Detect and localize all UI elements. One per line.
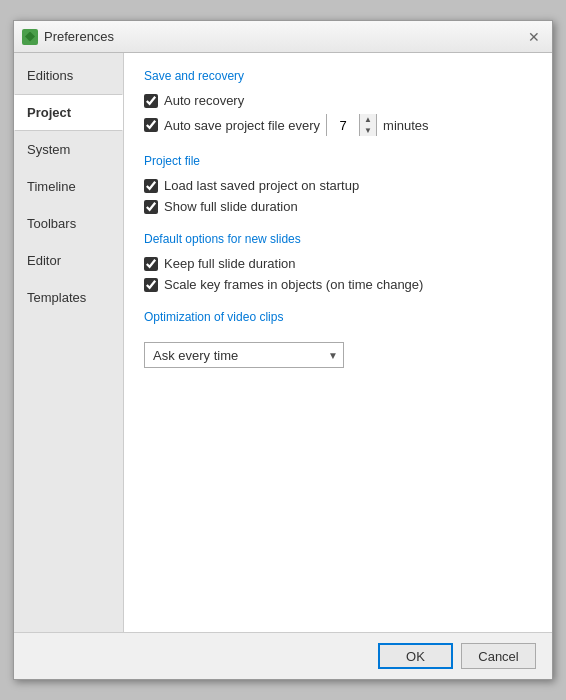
auto-recovery-checkbox[interactable] — [144, 94, 158, 108]
section-title-save-recovery: Save and recovery — [144, 69, 532, 83]
load-last-checkbox[interactable] — [144, 179, 158, 193]
section-project-file: Project file Load last saved project on … — [144, 154, 532, 214]
keep-full-checkbox[interactable] — [144, 257, 158, 271]
scale-key-label[interactable]: Scale key frames in objects (on time cha… — [164, 277, 423, 292]
sidebar-item-label: System — [27, 142, 70, 157]
inline-row-auto-save: Auto save project file every ▲ ▼ minutes — [144, 114, 532, 136]
app-icon-shape — [25, 32, 35, 42]
ok-button[interactable]: OK — [378, 643, 453, 669]
close-button[interactable]: ✕ — [524, 27, 544, 47]
optimization-dropdown[interactable]: Ask every time Always optimize Never opt… — [144, 342, 344, 368]
auto-save-checkbox[interactable] — [144, 118, 158, 132]
checkbox-row-auto-recovery: Auto recovery — [144, 93, 532, 108]
section-title-project-file: Project file — [144, 154, 532, 168]
sidebar-item-label: Project — [27, 105, 71, 120]
title-bar: Preferences ✕ — [14, 21, 552, 53]
scale-key-checkbox[interactable] — [144, 278, 158, 292]
sidebar-item-label: Templates — [27, 290, 86, 305]
load-last-label[interactable]: Load last saved project on startup — [164, 178, 359, 193]
sidebar-item-timeline[interactable]: Timeline — [14, 168, 123, 205]
keep-full-label[interactable]: Keep full slide duration — [164, 256, 296, 271]
main-content: Save and recovery Auto recovery Auto sav… — [124, 53, 552, 632]
sidebar-item-templates[interactable]: Templates — [14, 279, 123, 316]
minutes-unit-label: minutes — [383, 118, 429, 133]
section-title-optimization: Optimization of video clips — [144, 310, 532, 324]
checkbox-row-show-full: Show full slide duration — [144, 199, 532, 214]
cancel-button[interactable]: Cancel — [461, 643, 536, 669]
sidebar-item-toolbars[interactable]: Toolbars — [14, 205, 123, 242]
sidebar-item-system[interactable]: System — [14, 131, 123, 168]
section-title-default-options: Default options for new slides — [144, 232, 532, 246]
preferences-dialog: Preferences ✕ Editions Project System Ti… — [13, 20, 553, 680]
sidebar-item-editions[interactable]: Editions — [14, 57, 123, 94]
sidebar-item-label: Editions — [27, 68, 73, 83]
show-full-checkbox[interactable] — [144, 200, 158, 214]
dialog-title: Preferences — [44, 29, 114, 44]
show-full-label[interactable]: Show full slide duration — [164, 199, 298, 214]
dropdown-wrap: Ask every time Always optimize Never opt… — [144, 342, 344, 368]
checkbox-row-scale-key: Scale key frames in objects (on time cha… — [144, 277, 532, 292]
minutes-input[interactable] — [327, 114, 359, 136]
auto-recovery-label[interactable]: Auto recovery — [164, 93, 244, 108]
dialog-body: Editions Project System Timeline Toolbar… — [14, 53, 552, 632]
section-default-options: Default options for new slides Keep full… — [144, 232, 532, 292]
spinner-down-button[interactable]: ▼ — [360, 125, 376, 136]
sidebar-item-label: Editor — [27, 253, 61, 268]
title-bar-left: Preferences — [22, 29, 114, 45]
dialog-footer: OK Cancel — [14, 632, 552, 679]
spinner-buttons: ▲ ▼ — [359, 114, 376, 136]
checkbox-row-keep-full: Keep full slide duration — [144, 256, 532, 271]
sidebar-item-project[interactable]: Project — [14, 94, 123, 131]
app-icon — [22, 29, 38, 45]
sidebar-item-label: Toolbars — [27, 216, 76, 231]
spinner-up-button[interactable]: ▲ — [360, 114, 376, 125]
sidebar-item-editor[interactable]: Editor — [14, 242, 123, 279]
auto-save-label[interactable]: Auto save project file every — [164, 118, 320, 133]
sidebar: Editions Project System Timeline Toolbar… — [14, 53, 124, 632]
sidebar-item-label: Timeline — [27, 179, 76, 194]
section-save-recovery: Save and recovery Auto recovery Auto sav… — [144, 69, 532, 136]
section-optimization: Optimization of video clips Ask every ti… — [144, 310, 532, 368]
checkbox-row-load-last: Load last saved project on startup — [144, 178, 532, 193]
minutes-spinner: ▲ ▼ — [326, 114, 377, 136]
